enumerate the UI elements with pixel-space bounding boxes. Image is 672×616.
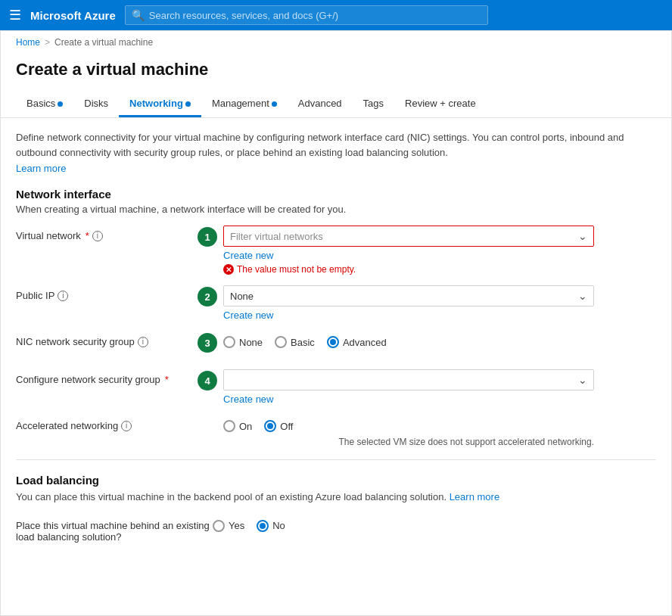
nic-security-basic-radio[interactable]: [275, 336, 287, 348]
accelerated-off-label: Off: [280, 421, 293, 432]
configure-security-group-create-new[interactable]: Create new: [223, 394, 656, 405]
accelerated-on-radio[interactable]: [223, 420, 235, 432]
public-ip-info-icon[interactable]: i: [58, 291, 68, 301]
load-balancing-section: Load balancing You can place this virtua…: [16, 474, 656, 543]
divider: [16, 459, 656, 460]
lb-yes-label: Yes: [229, 520, 244, 531]
nic-security-none-radio[interactable]: [223, 336, 235, 348]
nic-security-group-radio-group: None Basic Advanced: [223, 331, 656, 348]
step-2-circle: 2: [198, 287, 217, 306]
nic-security-group-label: NIC network security group: [16, 336, 135, 347]
virtual-network-dropdown[interactable]: Filter virtual networks ⌄: [223, 226, 594, 247]
accelerated-off-option[interactable]: Off: [264, 420, 293, 432]
brand-name: Microsoft Azure: [30, 9, 116, 22]
virtual-network-row: Virtual network * i 1 Filter virtual net…: [16, 226, 656, 275]
accelerated-networking-info-icon[interactable]: i: [121, 421, 132, 431]
search-input[interactable]: [149, 10, 481, 21]
section-description: Define network connectivity for your vir…: [16, 130, 656, 160]
virtual-network-info-icon[interactable]: i: [92, 231, 103, 241]
step-3-circle: 3: [198, 333, 217, 353]
tab-advanced[interactable]: Advanced: [288, 92, 353, 117]
load-balancing-control: Yes No: [213, 515, 656, 532]
nic-security-advanced-option[interactable]: Advanced: [327, 336, 387, 348]
breadcrumb-current: Create a virtual machine: [54, 37, 153, 48]
configure-security-group-row: Configure network security group * 4 ⌄ C…: [16, 369, 656, 405]
lb-yes-option[interactable]: Yes: [213, 520, 244, 532]
configure-security-group-label-col: Configure network security group *: [16, 369, 198, 385]
virtual-network-create-new[interactable]: Create new: [223, 250, 656, 261]
public-ip-value: None: [230, 291, 254, 302]
nic-security-advanced-radio[interactable]: [327, 336, 339, 348]
nic-security-group-row: NIC network security group i 3 None Basi…: [16, 331, 656, 359]
nic-security-group-info-icon[interactable]: i: [138, 337, 148, 347]
accelerated-networking-row: Accelerated networking i On Off The sele: [16, 415, 656, 447]
accelerated-networking-radio-group: On Off: [223, 415, 656, 432]
breadcrumb-home[interactable]: Home: [16, 37, 40, 48]
load-balancing-row: Place this virtual machine behind an exi…: [16, 515, 656, 543]
accelerated-networking-label-col: Accelerated networking i: [16, 415, 198, 431]
load-balancing-description: You can place this virtual machine in th…: [16, 490, 656, 505]
hamburger-icon[interactable]: ☰: [9, 7, 21, 23]
public-ip-label: Public IP: [16, 290, 54, 301]
load-balancing-radio-group: Yes No: [213, 515, 656, 532]
public-ip-create-new[interactable]: Create new: [223, 310, 656, 321]
virtual-network-chevron: ⌄: [578, 230, 587, 242]
lb-learn-more-link[interactable]: Learn more: [450, 491, 499, 502]
load-balancing-label-col: Place this virtual machine behind an exi…: [16, 515, 213, 543]
virtual-network-placeholder: Filter virtual networks: [230, 231, 323, 242]
public-ip-row: Public IP i 2 None ⌄ Create new: [16, 285, 656, 321]
virtual-network-error: ✕ The value must not be empty.: [223, 264, 656, 275]
load-balancing-heading: Load balancing: [16, 474, 656, 487]
virtual-network-required: *: [86, 230, 89, 241]
nic-security-basic-label: Basic: [291, 337, 315, 348]
nic-security-none-option[interactable]: None: [223, 336, 263, 348]
main-content: Home > Create a virtual machine Create a…: [0, 30, 672, 616]
lb-no-option[interactable]: No: [257, 520, 285, 532]
public-ip-chevron: ⌄: [578, 290, 587, 302]
breadcrumb-separator: >: [45, 37, 50, 48]
error-text: The value must not be empty.: [237, 264, 356, 275]
tab-bar: Basics Disks Networking Management Advan…: [1, 92, 671, 118]
virtual-network-label: Virtual network: [16, 230, 81, 241]
tab-disks[interactable]: Disks: [73, 92, 119, 117]
error-icon: ✕: [223, 264, 234, 275]
accelerated-on-option[interactable]: On: [223, 420, 252, 432]
public-ip-dropdown[interactable]: None ⌄: [223, 285, 594, 306]
page-title: Create a virtual machine: [1, 54, 671, 92]
accelerated-off-radio[interactable]: [264, 420, 276, 432]
nic-security-basic-option[interactable]: Basic: [275, 336, 315, 348]
lb-yes-radio[interactable]: [213, 520, 225, 532]
search-bar[interactable]: 🔍: [125, 5, 488, 25]
nic-security-advanced-label: Advanced: [343, 337, 387, 348]
tab-tags[interactable]: Tags: [353, 92, 394, 117]
configure-security-group-chevron: ⌄: [578, 374, 587, 386]
nic-security-group-label-col: NIC network security group i: [16, 331, 198, 347]
public-ip-control: None ⌄ Create new: [223, 285, 656, 321]
public-ip-label-col: Public IP i: [16, 285, 198, 301]
accelerated-networking-note: The selected VM size does not support ac…: [338, 437, 594, 447]
step-4-circle: 4: [198, 371, 217, 390]
virtual-network-control: Filter virtual networks ⌄ Create new ✕ T…: [223, 226, 656, 275]
search-icon: 🔍: [132, 9, 145, 21]
configure-security-group-dropdown[interactable]: ⌄: [223, 369, 594, 390]
accelerated-networking-control: On Off The selected VM size does not sup…: [223, 415, 656, 447]
breadcrumb: Home > Create a virtual machine: [1, 31, 671, 54]
configure-security-group-control: ⌄ Create new: [223, 369, 656, 405]
top-navigation: ☰ Microsoft Azure 🔍: [0, 0, 672, 30]
configure-security-group-label: Configure network security group: [16, 374, 160, 385]
network-interface-subtext: When creating a virtual machine, a netwo…: [16, 204, 656, 215]
configure-security-group-required: *: [165, 374, 169, 385]
lb-no-label: No: [272, 520, 285, 531]
load-balancing-place-label: Place this virtual machine behind an exi…: [16, 520, 213, 543]
tab-basics[interactable]: Basics: [16, 92, 73, 117]
network-interface-heading: Network interface: [16, 188, 656, 201]
tab-review-create[interactable]: Review + create: [394, 92, 487, 117]
nic-security-none-label: None: [239, 337, 263, 348]
virtual-network-label-col: Virtual network * i: [16, 226, 198, 241]
nic-security-group-control: None Basic Advanced: [223, 331, 656, 348]
tab-management[interactable]: Management: [201, 92, 288, 117]
accelerated-networking-label: Accelerated networking: [16, 420, 118, 431]
lb-no-radio[interactable]: [257, 520, 269, 532]
tab-networking[interactable]: Networking: [119, 92, 201, 117]
learn-more-link[interactable]: Learn more: [16, 163, 66, 174]
